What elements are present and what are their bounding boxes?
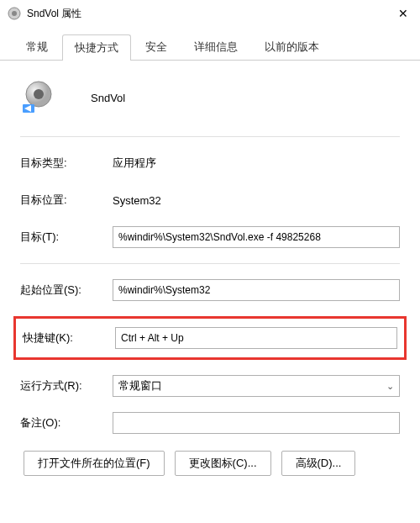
target-location-value: System32 (113, 194, 161, 207)
svg-point-3 (34, 89, 44, 99)
svg-point-1 (12, 11, 17, 16)
run-value: 常规窗口 (118, 378, 162, 394)
tab-bar: 常规 快捷方式 安全 详细信息 以前的版本 (0, 27, 420, 61)
shortcut-key-row: 快捷键(K): (23, 327, 397, 349)
button-row: 打开文件所在的位置(F) 更改图标(C)... 高级(D)... (20, 451, 400, 476)
start-in-input[interactable] (113, 279, 400, 301)
target-location-label: 目标位置: (20, 193, 113, 208)
target-label: 目标(T): (20, 230, 113, 245)
tab-content: SndVol 目标类型: 应用程序 目标位置: System32 目标(T): … (0, 61, 420, 489)
window-title: SndVol 属性 (27, 7, 386, 21)
start-in-label: 起始位置(S): (20, 283, 113, 298)
tab-previous[interactable]: 以前的版本 (252, 34, 332, 60)
change-icon-button[interactable]: 更改图标(C)... (175, 451, 271, 476)
tab-details[interactable]: 详细信息 (181, 34, 250, 60)
app-name-label: SndVol (91, 92, 125, 104)
chevron-down-icon: ⌄ (386, 381, 394, 392)
titlebar: SndVol 属性 ✕ (0, 0, 420, 27)
run-row: 运行方式(R): 常规窗口 ⌄ (20, 375, 400, 397)
speaker-icon (7, 6, 22, 21)
divider (20, 136, 400, 137)
shortcut-key-input[interactable] (115, 327, 397, 349)
tab-general[interactable]: 常规 (13, 34, 60, 60)
header-row: SndVol (20, 79, 400, 116)
target-type-label: 目标类型: (20, 156, 113, 171)
shortcut-key-highlight: 快捷键(K): (13, 316, 407, 360)
target-type-value: 应用程序 (113, 156, 156, 171)
open-file-location-button[interactable]: 打开文件所在的位置(F) (24, 451, 165, 476)
target-location-row: 目标位置: System32 (20, 189, 400, 211)
tab-security[interactable]: 安全 (133, 34, 180, 60)
advanced-button[interactable]: 高级(D)... (281, 451, 356, 476)
app-speaker-icon (20, 79, 57, 116)
shortcut-key-label: 快捷键(K): (23, 330, 115, 346)
target-row: 目标(T): (20, 226, 400, 248)
target-type-row: 目标类型: 应用程序 (20, 152, 400, 174)
comment-input[interactable] (113, 412, 400, 434)
target-input[interactable] (113, 226, 400, 248)
comment-row: 备注(O): (20, 412, 400, 434)
close-button[interactable]: ✕ (386, 0, 420, 27)
start-in-row: 起始位置(S): (20, 279, 400, 301)
divider (20, 263, 400, 264)
run-select[interactable]: 常规窗口 ⌄ (113, 375, 400, 397)
comment-label: 备注(O): (20, 415, 113, 431)
tab-shortcut[interactable]: 快捷方式 (62, 34, 131, 61)
run-label: 运行方式(R): (20, 378, 113, 394)
